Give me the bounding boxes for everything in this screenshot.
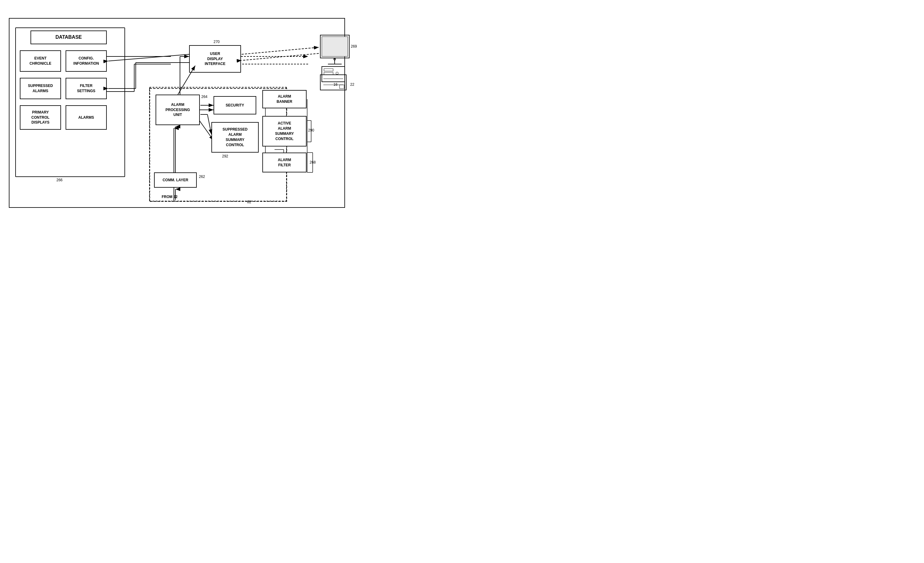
database-title-box: DATABASE <box>30 30 107 44</box>
label-292: 292 <box>222 154 228 158</box>
suppressed-alarms-label: SUPPRESSEDALARMS <box>28 83 53 94</box>
label-268: 268 <box>310 160 316 165</box>
active-alarm-summary-label: ACTIVEALARMSUMMARYCONTROL <box>275 121 294 141</box>
alarms-box: ALARMS <box>66 105 107 130</box>
config-info-box: CONFIG.INFORMATION <box>66 50 107 72</box>
alarm-banner-box: ALARMBANNER <box>262 90 307 108</box>
event-chronicle-box: EVENTCHRONICLE <box>20 50 61 72</box>
label-270: 270 <box>213 40 220 44</box>
svg-rect-35 <box>320 75 346 90</box>
svg-line-45 <box>242 53 319 60</box>
primary-control-box: PRIMARYCONTROLDISPLAYS <box>20 105 61 130</box>
user-display-box: USERDISPLAYINTERFACE <box>189 45 241 73</box>
config-info-label: CONFIG.INFORMATION <box>74 56 99 66</box>
alarm-banner-label: ALARMBANNER <box>277 94 292 104</box>
device-svg <box>319 73 356 93</box>
primary-control-label: PRIMARYCONTROLDISPLAYS <box>32 110 50 125</box>
svg-rect-32 <box>324 69 333 71</box>
label-269: 269 <box>351 44 357 48</box>
suppressed-alarm-summary-box: SUPPRESSEDALARMSUMMARYCONTROL <box>212 122 259 153</box>
user-display-label: USERDISPLAYINTERFACE <box>205 51 225 66</box>
active-alarm-summary-box: ACTIVEALARMSUMMARYCONTROL <box>262 116 307 147</box>
suppressed-alarms-box: SUPPRESSEDALARMS <box>20 78 61 99</box>
alarms-label: ALARMS <box>78 115 94 120</box>
svg-rect-39 <box>339 85 344 89</box>
filter-settings-label: FILTERSETTINGS <box>77 83 95 94</box>
svg-rect-27 <box>322 37 348 57</box>
label-82: 82 <box>247 200 251 204</box>
database-title: DATABASE <box>56 34 82 41</box>
label-290: 290 <box>308 128 314 132</box>
security-label: SECURITY <box>226 103 244 108</box>
security-box: SECURITY <box>213 96 256 114</box>
alarm-filter-box: ALARMFILTER <box>262 153 307 173</box>
suppressed-alarm-summary-label: SUPPRESSEDALARMSUMMARYCONTROL <box>222 127 248 147</box>
alarm-filter-label: ALARMFILTER <box>278 158 291 168</box>
svg-line-44 <box>242 47 319 54</box>
event-chronicle-label: EVENTCHRONICLE <box>30 56 51 66</box>
database-outer-box <box>15 27 125 177</box>
diagram-container: DATABASE EVENTCHRONICLE CONFIG.INFORMATI… <box>0 0 366 223</box>
filter-settings-box: FILTERSETTINGS <box>66 78 107 99</box>
label-266: 266 <box>56 178 63 182</box>
